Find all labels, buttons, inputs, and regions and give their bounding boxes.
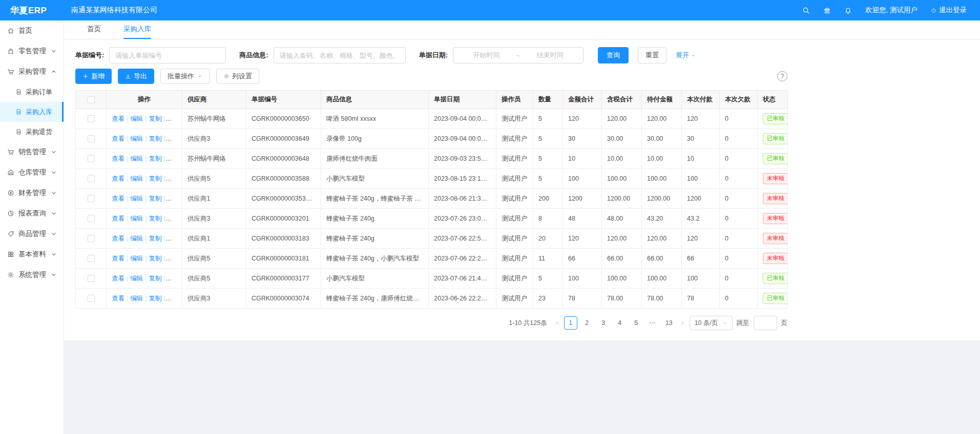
sidebar-item-purchase[interactable]: 采购管理 <box>0 61 64 82</box>
row-checkbox[interactable] <box>88 215 95 222</box>
cell-date: 2023-07-26 23:07:18 <box>429 209 496 229</box>
date-separator: ~ <box>514 52 523 59</box>
action-edit[interactable]: 编辑 <box>130 175 143 182</box>
sidebar-item-sale[interactable]: 销售管理 <box>0 142 64 162</box>
action-copy[interactable]: 复制 <box>149 155 162 162</box>
bell-icon[interactable] <box>844 7 852 14</box>
action-edit[interactable]: 编辑 <box>130 295 143 302</box>
prev-page-button[interactable] <box>554 320 560 326</box>
jump-to-input[interactable] <box>754 316 777 330</box>
action-edit[interactable]: 编辑 <box>130 115 143 122</box>
row-checkbox[interactable] <box>88 255 95 262</box>
row-checkbox[interactable] <box>88 275 95 282</box>
sidebar-item-goods[interactable]: 商品管理 <box>0 224 64 244</box>
sidebar-item-retail[interactable]: 零售管理 <box>0 41 64 61</box>
tab-purchase-in[interactable]: 采购入库 <box>123 20 151 39</box>
page-ellipsis[interactable]: ••• <box>646 316 659 330</box>
cell-tax_total: 120.00 <box>602 229 642 249</box>
chevron-down-icon <box>50 230 57 237</box>
action-copy[interactable]: 复制 <box>149 275 162 282</box>
action-copy[interactable]: 复制 <box>149 215 162 222</box>
action-view[interactable]: 查看 <box>112 155 124 162</box>
search-icon[interactable] <box>802 7 810 14</box>
sidebar-item-label: 零售管理 <box>18 47 46 56</box>
action-separator: | <box>145 295 147 302</box>
row-checkbox[interactable] <box>88 115 95 122</box>
sidebar-item-system[interactable]: 系统管理 <box>0 265 64 285</box>
action-edit[interactable]: 编辑 <box>130 135 143 142</box>
action-view[interactable]: 查看 <box>112 135 124 142</box>
date-range-picker[interactable]: 开始时间 ~ 结束时间 <box>453 47 583 63</box>
action-view[interactable]: 查看 <box>112 215 124 222</box>
sidebar-item-warehouse[interactable]: 仓库管理 <box>0 162 64 183</box>
sidebar-item-basedata[interactable]: 基本资料 <box>0 244 64 265</box>
row-checkbox[interactable] <box>88 235 95 242</box>
action-edit[interactable]: 编辑 <box>130 215 143 222</box>
bank-icon[interactable] <box>823 7 831 14</box>
sidebar-subitem-purchase-order[interactable]: 采购订单 <box>0 82 64 102</box>
action-copy[interactable]: 复制 <box>149 235 162 242</box>
batch-operations-button[interactable]: 批量操作 <box>160 69 210 84</box>
search-button[interactable]: 查询 <box>598 47 629 63</box>
action-view[interactable]: 查看 <box>112 175 124 182</box>
action-copy[interactable]: 复制 <box>149 135 162 142</box>
logout-button[interactable]: 退出登录 <box>931 6 967 15</box>
select-all-checkbox[interactable] <box>88 96 95 103</box>
row-checkbox[interactable] <box>88 295 95 302</box>
sidebar-item-home[interactable]: 首页 <box>0 20 64 41</box>
row-actions: 查看|编辑|复制|删除 <box>107 289 182 309</box>
cell-amount: 10 <box>563 149 602 169</box>
action-edit[interactable]: 编辑 <box>130 255 143 262</box>
cell-supplier: 供应商5 <box>182 169 246 189</box>
cell-status: 已审核 <box>758 149 788 169</box>
action-view[interactable]: 查看 <box>112 195 124 202</box>
action-edit[interactable]: 编辑 <box>130 195 143 202</box>
action-copy[interactable]: 复制 <box>149 295 162 302</box>
row-checkbox[interactable] <box>88 135 95 142</box>
chevron-down-icon <box>50 169 57 176</box>
goods-info-input[interactable] <box>274 47 406 63</box>
cell-tax_total: 66.00 <box>602 249 642 269</box>
page-button-4[interactable]: 4 <box>613 316 627 330</box>
sidebar-item-report[interactable]: 报表查询 <box>0 203 64 224</box>
expand-link[interactable]: 展开 <box>676 51 696 60</box>
page-button-3[interactable]: 3 <box>597 316 610 330</box>
cell-date: 2023-09-04 00:04:46 <box>429 109 496 129</box>
action-copy[interactable]: 复制 <box>149 115 162 122</box>
action-view[interactable]: 查看 <box>112 235 124 242</box>
column-settings-button[interactable]: 列设置 <box>216 69 259 84</box>
sidebar-subitem-purchase-return[interactable]: 采购退货 <box>0 122 64 142</box>
page-size-select[interactable]: 10 条/页 <box>690 316 733 330</box>
action-edit[interactable]: 编辑 <box>130 155 143 162</box>
help-icon[interactable]: ? <box>777 71 787 81</box>
action-edit[interactable]: 编辑 <box>130 235 143 242</box>
action-copy[interactable]: 复制 <box>149 175 162 182</box>
action-view[interactable]: 查看 <box>112 275 124 282</box>
action-view[interactable]: 查看 <box>112 115 124 122</box>
sidebar-subitem-purchase-in[interactable]: 采购入库 <box>0 102 64 122</box>
cell-qty: 200 <box>533 189 563 209</box>
reset-button[interactable]: 重置 <box>638 47 666 63</box>
action-view[interactable]: 查看 <box>112 295 124 302</box>
page-button-5[interactable]: 5 <box>630 316 643 330</box>
chevron-down-icon <box>50 189 57 197</box>
tab-home[interactable]: 首页 <box>87 20 101 39</box>
row-checkbox[interactable] <box>88 175 95 182</box>
sidebar-item-label: 首页 <box>18 26 57 35</box>
page-button-2[interactable]: 2 <box>580 316 594 330</box>
page-button-13[interactable]: 13 <box>662 316 676 330</box>
row-checkbox[interactable] <box>88 155 95 162</box>
page-button-1[interactable]: 1 <box>564 316 577 330</box>
action-copy[interactable]: 复制 <box>149 195 162 202</box>
action-copy[interactable]: 复制 <box>149 255 162 262</box>
action-edit[interactable]: 编辑 <box>130 275 143 282</box>
action-separator: | <box>145 215 147 222</box>
add-button[interactable]: 新增 <box>75 69 112 84</box>
export-button[interactable]: 导出 <box>118 69 154 84</box>
action-view[interactable]: 查看 <box>112 255 124 262</box>
sidebar-item-finance[interactable]: 财务管理 <box>0 183 64 203</box>
row-checkbox[interactable] <box>88 195 95 202</box>
bill-no-input[interactable] <box>109 47 226 63</box>
doc-icon <box>15 108 22 115</box>
next-page-button[interactable] <box>680 320 685 326</box>
